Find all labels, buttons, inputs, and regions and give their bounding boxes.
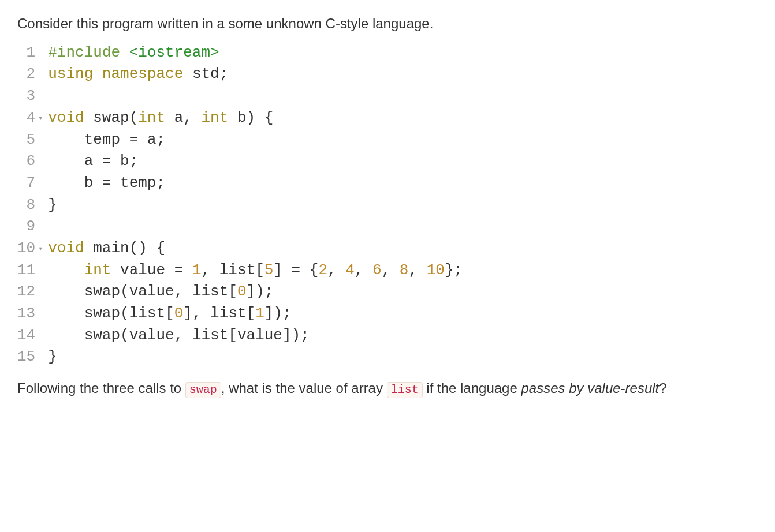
code-line: swap(list[0], list[1]); [48,303,463,325]
line-number: 13 [17,303,35,325]
code-line: } [48,346,463,368]
fold-spacer [36,69,44,80]
line-number: 12 [17,281,35,303]
line-number: 6 [17,151,35,173]
q-part2: , what is the value of array [221,380,387,396]
line-number: 5 [17,129,35,151]
fold-spacer [36,286,44,298]
code-inline-list: list [387,382,423,398]
code-line: int value = 1, list[5] = {2, 4, 6, 8, 10… [48,260,463,282]
fold-spacer [36,156,44,167]
line-number: 14 [17,325,35,347]
code-block: 1 2 3 4▾5 6 7 8 9 10▾11 12 13 14 15 #inc… [17,42,758,368]
code-line: } [48,194,463,216]
fold-spacer [36,308,44,320]
q-part4: ? [659,380,666,396]
fold-spacer [36,330,44,342]
code-line [48,216,463,238]
fold-toggle-icon[interactable]: ▾ [36,113,44,124]
line-number: 2 [17,63,35,85]
fold-spacer [36,221,44,233]
line-number: 10 [17,238,35,260]
code-line: swap(value, list[value]); [48,325,463,347]
code-line: a = b; [48,151,463,173]
line-number: 7 [17,173,35,194]
line-number: 11 [17,260,35,282]
line-number: 3 [17,85,35,107]
fold-spacer [36,91,44,102]
code-line: #include <iostream> [48,42,463,64]
q-part3: if the language [423,380,521,396]
code-line: void main() { [48,238,463,260]
line-number: 4 [17,107,35,129]
code-source: #include <iostream>using namespace std; … [48,42,463,368]
fold-spacer [36,200,44,211]
code-line: swap(value, list[0]); [48,281,463,303]
code-line [48,85,463,107]
line-number-gutter: 1 2 3 4▾5 6 7 8 9 10▾11 12 13 14 15 [17,42,48,368]
code-line: using namespace std; [48,63,463,85]
line-number: 8 [17,194,35,216]
q-italic: passes by value-result [521,380,659,396]
line-number: 15 [17,346,35,368]
fold-spacer [36,178,44,189]
fold-spacer [36,134,44,146]
intro-text: Consider this program written in a some … [17,14,758,34]
code-inline-swap: swap [185,382,221,398]
line-number: 9 [17,216,35,238]
fold-spacer [36,265,44,276]
fold-spacer [36,47,44,59]
line-number: 1 [17,42,35,64]
question-text: Following the three calls to swap, what … [17,379,758,399]
code-line: b = temp; [48,173,463,194]
code-line: temp = a; [48,129,463,151]
fold-spacer [36,351,44,363]
q-part1: Following the three calls to [17,380,185,396]
code-line: void swap(int a, int b) { [48,107,463,129]
fold-toggle-icon[interactable]: ▾ [36,243,44,254]
